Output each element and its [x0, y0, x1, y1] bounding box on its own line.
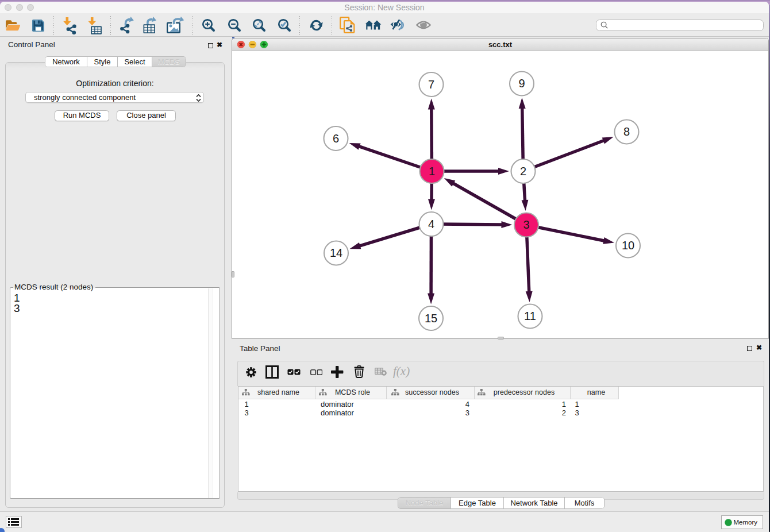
svg-text:3: 3 [523, 218, 529, 231]
svg-text:1: 1 [428, 165, 434, 178]
svg-text:8: 8 [623, 125, 629, 138]
svg-text:14: 14 [329, 246, 342, 259]
svg-text:4: 4 [428, 218, 434, 230]
svg-text:15: 15 [424, 312, 437, 325]
svg-text:2: 2 [519, 165, 526, 178]
svg-text:6: 6 [332, 132, 338, 145]
svg-text:9: 9 [518, 77, 525, 90]
svg-text:10: 10 [621, 239, 634, 252]
svg-text:7: 7 [428, 78, 434, 91]
svg-text:11: 11 [524, 310, 536, 322]
